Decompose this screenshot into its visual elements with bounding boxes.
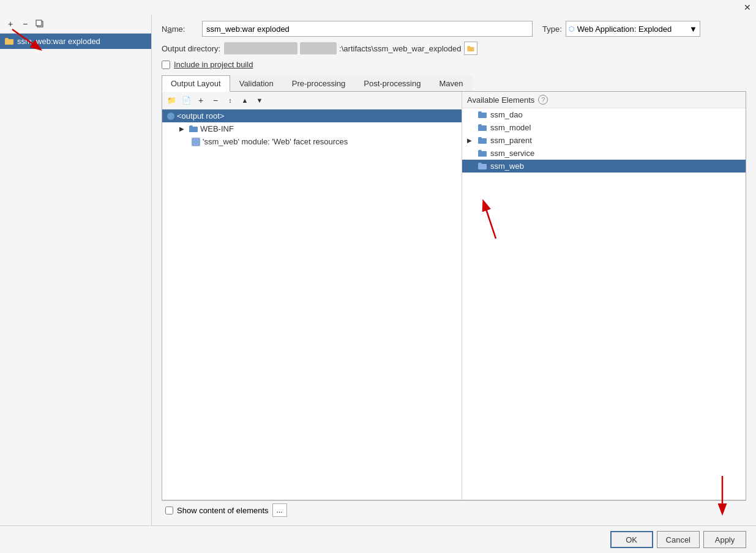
- output-dir-path: :\artifacts\ssm_web_war_exploded: [339, 44, 461, 53]
- name-label: Name:: [162, 24, 198, 34]
- avail-item-ssm-web-label: ssm_web: [490, 161, 524, 171]
- bottom-bar: Show content of elements ...: [162, 500, 746, 519]
- show-content-label: Show content of elements: [177, 506, 269, 515]
- tree-up-btn[interactable]: ▲: [238, 94, 252, 107]
- tree-item-webinf-label: WEB-INF: [200, 124, 234, 133]
- tree-content: <output root> ▶ WEB-INF: [162, 109, 462, 500]
- tree-item-webinf[interactable]: ▶ WEB-INF: [162, 122, 462, 135]
- cancel-button[interactable]: Cancel: [657, 531, 700, 548]
- name-input[interactable]: [202, 21, 533, 37]
- show-content-row: Show content of elements: [165, 506, 269, 515]
- avail-item-ssm-dao-label: ssm_dao: [490, 110, 523, 119]
- tree-item-output-root-label: <output root>: [177, 111, 224, 121]
- tab-output-layout[interactable]: Output Layout: [162, 75, 230, 92]
- avail-item-ssm-service-label: ssm_service: [490, 149, 534, 158]
- browse-folder-icon: [467, 46, 474, 51]
- avail-item-ssm-dao[interactable]: ssm_dao: [462, 108, 746, 121]
- output-dir-label: Output directory:: [162, 44, 220, 53]
- ellipsis-button[interactable]: ...: [272, 503, 287, 517]
- show-content-checkbox[interactable]: [165, 507, 173, 514]
- main-dialog: ✕ + − ssm_web:war exploded: [0, 0, 756, 553]
- ssm-parent-folder-icon: [478, 137, 487, 144]
- main-content: + − ssm_web:war exploded Name:: [0, 15, 756, 525]
- sidebar-item-label: ssm_web:war exploded: [17, 37, 100, 46]
- avail-item-ssm-web[interactable]: ssm_web: [462, 160, 746, 173]
- sidebar: + − ssm_web:war exploded: [0, 15, 152, 525]
- avail-item-ssm-model[interactable]: ssm_model: [462, 121, 746, 134]
- tabs-bar: Output Layout Validation Pre-processing …: [162, 75, 746, 92]
- type-label: Type:: [542, 24, 562, 34]
- tab-maven[interactable]: Maven: [430, 75, 472, 91]
- ssm-web-folder-icon: [478, 163, 487, 169]
- type-select-chevron: ▼: [689, 24, 697, 34]
- avail-item-ssm-service[interactable]: ssm_service: [462, 147, 746, 160]
- module-icon: [192, 138, 200, 146]
- help-icon[interactable]: ?: [538, 95, 548, 105]
- tree-pane: 📁 📄 + − ↕ ▲ ▼: [162, 92, 462, 500]
- name-row: Name: Type: ⬡ Web Application: Exploded …: [162, 21, 746, 37]
- dialog-footer: OK Cancel Apply: [0, 525, 756, 553]
- right-panel: Name: Type: ⬡ Web Application: Exploded …: [152, 15, 756, 525]
- tree-sort-btn[interactable]: ↕: [223, 94, 237, 107]
- copy-artifact-button[interactable]: [33, 17, 47, 31]
- tab-validation[interactable]: Validation: [230, 75, 283, 91]
- include-build-checkbox[interactable]: [162, 61, 170, 69]
- output-dir-row: Output directory: :\artifacts\ssm_web_wa…: [162, 42, 746, 55]
- svg-rect-1: [36, 20, 42, 26]
- available-elements-header: Available Elements ?: [462, 92, 746, 108]
- avail-item-ssm-parent-label: ssm_parent: [490, 136, 532, 145]
- output-dir-grayed-2: [300, 42, 337, 54]
- remove-artifact-button[interactable]: −: [18, 17, 32, 31]
- ssm-dao-folder-icon: [478, 111, 487, 118]
- type-select-value: Web Application: Exploded: [577, 24, 672, 34]
- close-button[interactable]: ✕: [743, 2, 752, 12]
- tree-item-ssm-web-module-label: 'ssm_web' module: 'Web' facet resources: [203, 137, 348, 146]
- ssm-service-folder-icon: [478, 150, 487, 157]
- webinf-expand-icon: ▶: [179, 125, 187, 132]
- apply-button[interactable]: Apply: [703, 531, 746, 548]
- tab-post-processing[interactable]: Post-processing: [354, 75, 430, 91]
- sidebar-item-ssm-web-war-exploded[interactable]: ssm_web:war exploded: [0, 34, 151, 49]
- tree-add-btn[interactable]: +: [194, 94, 208, 107]
- webinf-folder-icon: [189, 125, 198, 132]
- tree-folder-btn[interactable]: 📁: [165, 94, 178, 107]
- available-content: ssm_dao ssm_model ▶ ssm_parent: [462, 108, 746, 500]
- avail-item-ssm-model-label: ssm_model: [490, 123, 531, 132]
- tree-item-ssm-web-module[interactable]: 'ssm_web' module: 'Web' facet resources: [162, 135, 462, 148]
- ok-button[interactable]: OK: [610, 531, 653, 548]
- avail-item-ssm-parent[interactable]: ▶ ssm_parent: [462, 134, 746, 147]
- tree-down-btn[interactable]: ▼: [253, 94, 266, 107]
- artifact-folder-icon: [5, 38, 13, 45]
- titlebar: ✕: [0, 0, 756, 15]
- available-elements-title: Available Elements: [467, 95, 534, 105]
- available-pane: Available Elements ? ssm_dao: [462, 92, 746, 500]
- include-build-row: Include in project build: [162, 60, 746, 69]
- tree-remove-btn[interactable]: −: [209, 94, 222, 107]
- copy-icon: [36, 20, 44, 28]
- tab-pre-processing[interactable]: Pre-processing: [283, 75, 354, 91]
- type-select[interactable]: ⬡ Web Application: Exploded ▼: [566, 21, 700, 37]
- tree-file-icon: 📄: [182, 96, 191, 105]
- include-build-label: Include in project build: [174, 60, 253, 69]
- output-dir-browse-button[interactable]: [464, 42, 477, 55]
- output-root-icon: [167, 113, 174, 120]
- ssm-model-folder-icon: [478, 124, 487, 131]
- tree-file-btn[interactable]: 📄: [179, 94, 193, 107]
- tree-folder-icon: 📁: [167, 96, 176, 105]
- output-dir-grayed-1: [224, 42, 298, 54]
- tree-toolbar: 📁 📄 + − ↕ ▲ ▼: [162, 92, 462, 109]
- add-artifact-button[interactable]: +: [4, 17, 17, 31]
- output-layout-area: 📁 📄 + − ↕ ▲ ▼: [162, 92, 746, 500]
- sidebar-toolbar: + −: [0, 15, 151, 34]
- tree-item-output-root[interactable]: <output root>: [162, 109, 462, 122]
